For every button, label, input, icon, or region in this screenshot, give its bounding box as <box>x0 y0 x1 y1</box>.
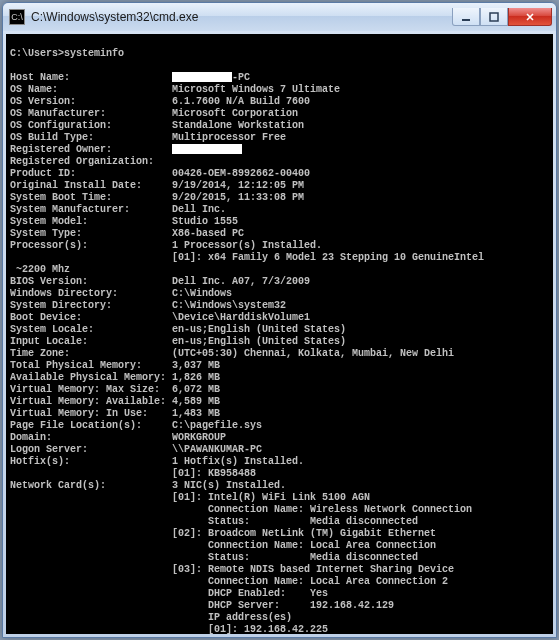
row-processors: Processor(s): 1 Processor(s) Installed. <box>10 240 322 251</box>
row-product-id: Product ID: 00426-OEM-8992662-00400 <box>10 168 310 179</box>
row-orig-install: Original Install Date: 9/19/2014, 12:12:… <box>10 180 304 191</box>
maximize-button[interactable] <box>480 8 508 26</box>
row-os-version: OS Version: 6.1.7600 N/A Build 7600 <box>10 96 310 107</box>
row-boot-dev: Boot Device: \Device\HarddiskVolume1 <box>10 312 310 323</box>
row-nic: Network Card(s): 3 NIC(s) Installed. <box>10 480 286 491</box>
cmd-icon: C:\ <box>9 9 25 25</box>
row-nic-02: [02]: Broadcom NetLink (TM) Gigabit Ethe… <box>10 528 436 539</box>
row-logon: Logon Server: \\PAWANKUMAR-PC <box>10 444 262 455</box>
row-vmax: Virtual Memory: Max Size: 6,072 MB <box>10 384 220 395</box>
console-output[interactable]: C:\Users>systeminfo Host Name: -PC OS Na… <box>6 34 553 634</box>
row-bios: BIOS Version: Dell Inc. A07, 7/3/2009 <box>10 276 310 287</box>
minimize-button[interactable] <box>452 8 480 26</box>
row-sys-mfr: System Manufacturer: Dell Inc. <box>10 204 226 215</box>
row-hotfix-01: [01]: KB958488 <box>10 468 256 479</box>
svg-rect-1 <box>490 13 498 21</box>
row-nic-01: [01]: Intel(R) WiFi Link 5100 AGN <box>10 492 370 503</box>
row-reg-owner: Registered Owner: <box>10 144 242 155</box>
row-nic-03-ip1: [01]: 192.168.42.225 <box>10 624 328 634</box>
svg-rect-0 <box>462 19 470 21</box>
row-processor-01: [01]: x64 Family 6 Model 23 Stepping 10 … <box>10 252 484 263</box>
row-os-mfr: OS Manufacturer: Microsoft Corporation <box>10 108 298 119</box>
row-total-mem: Total Physical Memory: 3,037 MB <box>10 360 220 371</box>
row-tz: Time Zone: (UTC+05:30) Chennai, Kolkata,… <box>10 348 454 359</box>
minimize-icon <box>461 12 471 22</box>
row-sys-model: System Model: Studio 1555 <box>10 216 238 227</box>
maximize-icon <box>489 12 499 22</box>
close-icon <box>525 12 535 22</box>
row-pagefile: Page File Location(s): C:\pagefile.sys <box>10 420 262 431</box>
redacted-owner <box>172 144 242 154</box>
row-mhz: ~2200 Mhz <box>10 264 70 275</box>
row-boot-time: System Boot Time: 9/20/2015, 11:33:08 PM <box>10 192 304 203</box>
row-vavail: Virtual Memory: Available: 4,589 MB <box>10 396 220 407</box>
row-nic-03-ip: IP address(es) <box>10 612 292 623</box>
row-nic-02-cn: Connection Name: Local Area Connection <box>10 540 436 551</box>
row-nic-03-cn: Connection Name: Local Area Connection 2 <box>10 576 448 587</box>
window-title: C:\Windows\system32\cmd.exe <box>31 10 452 24</box>
row-sys-locale: System Locale: en-us;English (United Sta… <box>10 324 346 335</box>
row-input-locale: Input Locale: en-us;English (United Stat… <box>10 336 346 347</box>
row-nic-03-dhcps: DHCP Server: 192.168.42.129 <box>10 600 394 611</box>
titlebar[interactable]: C:\ C:\Windows\system32\cmd.exe <box>3 3 556 31</box>
row-nic-03-dhcp: DHCP Enabled: Yes <box>10 588 328 599</box>
row-avail-mem: Available Physical Memory: 1,826 MB <box>10 372 220 383</box>
row-nic-02-st: Status: Media disconnected <box>10 552 418 563</box>
row-nic-01-cn: Connection Name: Wireless Network Connec… <box>10 504 472 515</box>
window-controls <box>452 8 552 26</box>
row-os-build: OS Build Type: Multiprocessor Free <box>10 132 286 143</box>
redacted-hostname <box>172 72 232 82</box>
row-os-name: OS Name: Microsoft Windows 7 Ultimate <box>10 84 340 95</box>
row-hotfix: Hotfix(s): 1 Hotfix(s) Installed. <box>10 456 304 467</box>
row-reg-org: Registered Organization: <box>10 156 154 167</box>
cmd-window: C:\ C:\Windows\system32\cmd.exe C:\Users… <box>2 2 557 638</box>
row-sys-type: System Type: X86-based PC <box>10 228 244 239</box>
row-vuse: Virtual Memory: In Use: 1,483 MB <box>10 408 220 419</box>
row-win-dir: Windows Directory: C:\Windows <box>10 288 232 299</box>
row-os-config: OS Configuration: Standalone Workstation <box>10 120 304 131</box>
prompt-line: C:\Users>systeminfo <box>10 48 124 59</box>
row-domain: Domain: WORKGROUP <box>10 432 226 443</box>
row-host-name: Host Name: -PC <box>10 72 250 83</box>
row-nic-01-st: Status: Media disconnected <box>10 516 418 527</box>
row-sys-dir: System Directory: C:\Windows\system32 <box>10 300 286 311</box>
row-nic-03: [03]: Remote NDIS based Internet Sharing… <box>10 564 454 575</box>
close-button[interactable] <box>508 8 552 26</box>
